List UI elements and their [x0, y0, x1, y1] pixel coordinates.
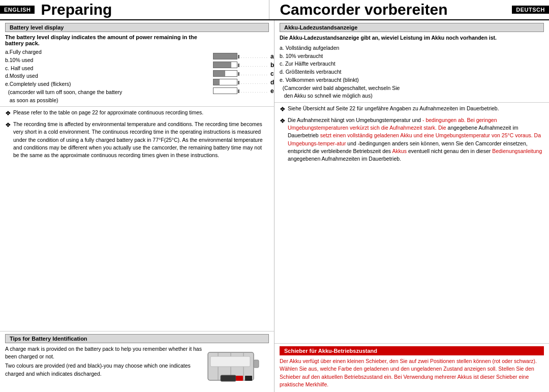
label-a: a: [270, 53, 274, 60]
level-right-e: e. Vollkommen verbraucht (blinkt): [280, 76, 544, 84]
battery-id-image-area: [203, 345, 269, 390]
note2-red4: Akkus: [392, 148, 407, 154]
note2-plain1: Die Aufnahmezeit hängt von Umgebungstemp…: [288, 117, 421, 123]
note1-right: ❖ Siehe Übersicht auf Seite 22 für ungef…: [280, 105, 544, 114]
header-row: ENGLISH Preparing Camcorder vorbereiten …: [0, 0, 549, 20]
english-badge: ENGLISH: [0, 6, 35, 14]
svg-rect-6: [210, 356, 250, 367]
svg-rect-8: [245, 376, 252, 381]
dots-a: ............: [241, 54, 268, 59]
level-b: b.10% used: [5, 56, 210, 65]
level-c: c. Half used: [5, 65, 210, 73]
battery-header-right: Akku-Ladezustandsanzeige: [274, 20, 549, 32]
diamond1-left: ❖: [5, 109, 11, 118]
level-e-note1: (camcorder will turn off soon, change th…: [5, 88, 210, 97]
deutsch-badge: DEUTSCH: [512, 6, 549, 14]
battery-section-header-right: Akku-Ladezustandsanzeige: [280, 23, 544, 32]
level-e-note2: as soon as possible): [5, 97, 210, 105]
battery-id-p1: A charge mark is provided on the battery…: [5, 345, 203, 360]
note1-right-text: Siehe Übersicht auf Seite 22 für ungefäh…: [288, 105, 499, 114]
bat-fill-b: [214, 62, 231, 68]
battery-id-header-left: Tips for Battery Identification: [5, 334, 269, 343]
bat-tip-d: [238, 81, 239, 84]
battery-row-b: ............ b: [213, 62, 274, 69]
battery-id-right: Schieber für Akku-Betriebszustand Der Ak…: [274, 343, 549, 392]
battery-row-a: ............ a: [213, 53, 274, 60]
battery-id-content-left: A charge mark is provided on the battery…: [0, 343, 274, 392]
battery-section-header-left: Battery level display: [5, 23, 269, 32]
battery-right-area: Die Akku-Ladezustandsanzeige gibt an, wi…: [274, 32, 549, 102]
label-d: d: [270, 79, 274, 86]
bat-fill-a: [214, 53, 237, 59]
level-right-d: d. Größtenteils verbraucht: [280, 68, 544, 76]
battery-id-svg: [205, 347, 266, 388]
battery-text-left: The battery level display indicates the …: [5, 34, 210, 104]
recording-notes-right: ❖ Siehe Übersicht auf Seite 22 für ungef…: [274, 102, 549, 343]
level-right-a: a. Vollständig aufgeladen: [280, 44, 544, 52]
label-b: b: [270, 62, 274, 69]
note2-red3: Umgebungs-temper-atur: [288, 140, 346, 146]
level-right-c: c. Zur Hälfte verbraucht: [280, 60, 544, 68]
bat-tip-a: [238, 55, 239, 58]
battery-levels-left: a.Fully charged b.10% used c. Half used …: [5, 48, 210, 104]
dots-d: ............: [241, 80, 268, 85]
battery-id-header-wrap-right: Schieber für Akku-Betriebszustand: [274, 344, 549, 355]
level-a: a.Fully charged: [5, 48, 210, 56]
battery-intro-right: Die Akku-Ladezustandsanzeige gibt an, wi…: [280, 34, 544, 42]
battery-id-text-left: A charge mark is provided on the battery…: [5, 345, 203, 390]
dots-e: ............: [241, 88, 268, 94]
dots-c: ............: [241, 71, 268, 76]
battery-id-header-right: Schieber für Akku-Betriebszustand: [280, 346, 544, 355]
battery-id-header-wrap: Tips for Battery Identification: [0, 331, 274, 343]
bat-graphic-d: [213, 79, 237, 85]
battery-levels-right: a. Vollständig aufgeladen b. 10% verbrau…: [280, 44, 544, 100]
svg-rect-1: [254, 360, 259, 368]
level-right-e-note2: den Akku so schnell wie möglich aus): [280, 92, 544, 100]
diamond1-right: ❖: [280, 105, 286, 114]
battery-id-text-right: Der Akku verfügt über einen kleinen Schi…: [280, 357, 544, 388]
battery-diagram: ............ a ............ b: [213, 34, 269, 104]
bat-fill-c: [214, 71, 225, 76]
note2-plain5: angegebenen Aufnahmezeiten im Dauerbetri…: [288, 156, 401, 162]
two-col-content: Battery level display The battery level …: [0, 20, 549, 392]
recording-notes-left: ❖ Please refer to the table on page 22 f…: [0, 106, 274, 331]
diamond2-left: ❖: [5, 120, 11, 159]
bat-tip-e: [238, 89, 239, 93]
battery-row-c: ............ c: [213, 70, 274, 77]
note2-red2: setzt einen vollständig geladenen Akku u…: [320, 132, 541, 138]
battery-header-left: Battery level display: [0, 20, 274, 32]
level-e: e.Completely used (flickers): [5, 80, 210, 88]
label-e: e: [270, 87, 274, 95]
page-title-left: Preparing: [35, 0, 269, 19]
battery-intro-bold: The battery level display indicates the …: [5, 34, 210, 46]
battery-id-content-right: Der Akku verfügt über einen kleinen Schi…: [274, 355, 549, 392]
svg-rect-5: [221, 375, 236, 381]
page-container: ENGLISH Preparing Camcorder vorbereiten …: [0, 0, 549, 392]
svg-rect-7: [236, 376, 243, 381]
dots-b: ............: [241, 63, 268, 68]
note2-right: ❖ Die Aufnahmezeit hängt von Umgebungste…: [280, 116, 544, 163]
battery-row-e: ............ e: [213, 87, 274, 95]
level-right-e-note1: (Camcorder wird bald abgeschaltet, wechs…: [280, 84, 544, 93]
bat-graphic-b: [213, 62, 237, 68]
bat-tip-b: [238, 64, 239, 67]
battery-level-area: The battery level display indicates the …: [0, 32, 274, 106]
note1-left: ❖ Please refer to the table on page 22 f…: [5, 109, 269, 118]
battery-row-d: ............ d: [213, 79, 274, 86]
label-c: c: [270, 70, 274, 77]
level-right-b: b. 10% verbraucht: [280, 52, 544, 61]
battery-id-left: Tips for Battery Identification A charge…: [0, 331, 274, 392]
note2-plain4: eventuell nicht genau den in dieser: [408, 148, 492, 154]
level-d: d.Mostly used: [5, 72, 210, 80]
battery-id-p2: Two colours are provided (red and black)…: [5, 362, 203, 377]
right-column: Akku-Ladezustandsanzeige Die Akku-Ladezu…: [274, 20, 549, 392]
note2-red5: Bedienungsanleitung: [492, 148, 542, 154]
page-title-right: Camcorder vorbereiten: [269, 0, 512, 19]
bat-graphic-a: [213, 53, 237, 59]
diamond2-right: ❖: [280, 116, 286, 163]
bat-graphic-e: [213, 87, 237, 94]
left-column: Battery level display The battery level …: [0, 20, 274, 392]
bat-graphic-c: [213, 70, 237, 77]
bat-tip-c: [238, 72, 239, 76]
note2-right-text: Die Aufnahmezeit hängt von Umgebungstemp…: [288, 116, 544, 163]
